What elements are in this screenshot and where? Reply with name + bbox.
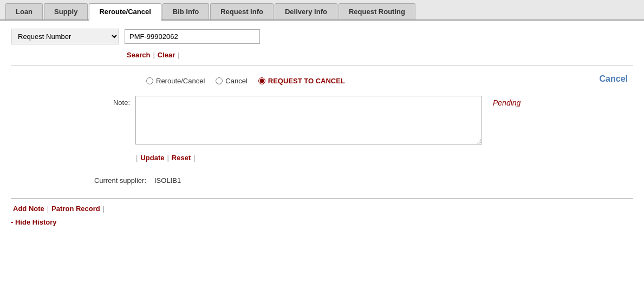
separator-4: | [167, 154, 168, 162]
form-area: Cancel Reroute/Cancel Cancel REQUEST TO … [11, 71, 633, 193]
tab-bar: Loan Supply Reroute/Cancel Bib Info Requ… [0, 0, 644, 21]
hide-history-button[interactable]: - Hide History [11, 218, 633, 226]
tab-request-info[interactable]: Request Info [210, 3, 274, 19]
radio-rtc-input[interactable] [258, 77, 265, 84]
note-label: Note: [11, 96, 130, 107]
cancel-top-button[interactable]: Cancel [600, 74, 628, 84]
search-actions: Search | Clear | [125, 50, 633, 60]
tab-supply[interactable]: Supply [44, 3, 88, 19]
separator-7: | [103, 205, 105, 213]
tab-loan[interactable]: Loan [5, 3, 43, 19]
note-textarea[interactable] [135, 96, 482, 144]
action-row: | Update | Reset | [135, 153, 633, 163]
radio-request-to-cancel[interactable]: REQUEST TO CANCEL [258, 77, 345, 85]
add-note-button[interactable]: Add Note [11, 203, 47, 214]
radio-group: Reroute/Cancel Cancel REQUEST TO CANCEL [146, 77, 633, 85]
separator-5: | [193, 154, 195, 162]
search-button[interactable]: Search [125, 50, 152, 60]
separator-1: | [153, 51, 154, 59]
patron-record-button[interactable]: Patron Record [49, 203, 102, 214]
radio-reroute-label: Reroute/Cancel [156, 77, 205, 85]
radio-rtc-label: REQUEST TO CANCEL [268, 77, 345, 85]
separator-2: | [178, 51, 179, 59]
note-row: Note: Pending [11, 96, 633, 144]
clear-button[interactable]: Clear [155, 50, 178, 60]
separator-6: | [47, 205, 49, 213]
divider-1 [11, 65, 633, 66]
supplier-label: Current supplier: [11, 176, 146, 185]
reset-button[interactable]: Reset [170, 153, 193, 163]
radio-reroute-cancel[interactable]: Reroute/Cancel [146, 77, 205, 85]
update-button[interactable]: Update [138, 153, 166, 163]
tab-request-routing[interactable]: Request Routing [339, 3, 415, 19]
main-content: Request Number Patron Name Title ISSN/IS… [0, 21, 644, 234]
supplier-row: Current supplier: ISOLIB1 [11, 174, 633, 187]
radio-cancel-label: Cancel [225, 77, 247, 85]
supplier-value: ISOLIB1 [154, 176, 181, 185]
search-row: Request Number Patron Name Title ISSN/IS… [11, 29, 633, 44]
pending-status: Pending [493, 96, 521, 107]
bottom-section: Add Note | Patron Record | - Hide Histor… [11, 198, 633, 226]
radio-cancel[interactable]: Cancel [216, 77, 247, 85]
search-input[interactable] [125, 29, 260, 44]
radio-cancel-input[interactable] [216, 77, 223, 84]
separator-3: | [136, 154, 138, 162]
tab-reroute-cancel[interactable]: Reroute/Cancel [89, 3, 161, 21]
bottom-links: Add Note | Patron Record | [11, 203, 633, 214]
radio-reroute-input[interactable] [146, 77, 153, 84]
search-type-select[interactable]: Request Number Patron Name Title ISSN/IS… [11, 29, 119, 44]
tab-bib-info[interactable]: Bib Info [162, 3, 209, 19]
tab-delivery-info[interactable]: Delivery Info [275, 3, 337, 19]
